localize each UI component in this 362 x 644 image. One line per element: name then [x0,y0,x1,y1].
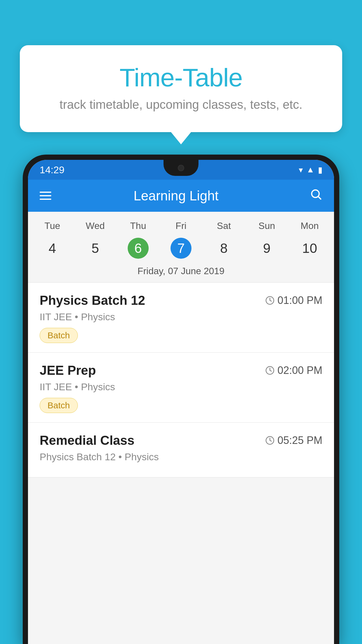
schedule-list: Physics Batch 12 01:00 PM IIT JEE • Phys… [28,283,334,477]
clock-icon [265,296,275,305]
app-title: Learning Light [51,188,301,204]
status-icons: ▾ ▲ ▮ [299,165,322,175]
day-name: Thu [117,218,159,234]
tooltip-subtitle: track timetable, upcoming classes, tests… [34,98,328,112]
time-value: 01:00 PM [277,294,322,307]
signal-icon: ▲ [306,165,314,174]
day-number[interactable]: 5 [74,234,117,262]
schedule-item-time: 01:00 PM [265,294,322,307]
schedule-item[interactable]: Physics Batch 12 01:00 PM IIT JEE • Phys… [28,283,334,353]
schedule-item-time: 05:25 PM [265,434,322,447]
day-number[interactable]: 7 [159,234,202,262]
phone-frame: 14:29 ▾ ▲ ▮ Learning Light [23,155,339,644]
schedule-item-header: JEE Prep 02:00 PM [40,363,322,378]
selected-date-label: Friday, 07 June 2019 [28,262,334,283]
clock-icon [265,436,275,445]
day-numbers: 45678910 [28,234,334,262]
tooltip-card: Time-Table track timetable, upcoming cla… [20,45,342,132]
notch [164,160,198,176]
schedule-item-subtitle: IIT JEE • Physics [40,381,322,393]
schedule-item-subtitle: IIT JEE • Physics [40,311,322,323]
phone-inner: 14:29 ▾ ▲ ▮ Learning Light [28,160,334,644]
status-time: 14:29 [40,164,64,176]
day-number[interactable]: 10 [288,234,331,262]
schedule-item[interactable]: JEE Prep 02:00 PM IIT JEE • PhysicsBatch [28,353,334,423]
day-name: Wed [74,218,117,234]
day-name: Mon [288,218,331,234]
status-bar: 14:29 ▾ ▲ ▮ [28,160,334,180]
day-number[interactable]: 4 [31,234,74,262]
schedule-item-title: JEE Prep [40,363,96,378]
day-name: Sat [203,218,245,234]
day-number[interactable]: 9 [245,234,288,262]
app-toolbar: Learning Light [28,180,334,212]
day-number[interactable]: 6 [117,234,159,262]
time-value: 05:25 PM [277,434,322,447]
day-name: Tue [31,218,74,234]
schedule-item-subtitle: Physics Batch 12 • Physics [40,451,322,463]
hamburger-menu-icon[interactable] [40,192,51,200]
wifi-icon: ▾ [299,165,303,175]
camera [178,165,184,171]
tooltip-title: Time-Table [34,63,328,92]
calendar-strip: TueWedThuFriSatSunMon 45678910 Friday, 0… [28,212,334,283]
batch-badge: Batch [40,328,78,343]
search-icon[interactable] [310,188,322,204]
schedule-item-header: Physics Batch 12 01:00 PM [40,293,322,308]
schedule-item[interactable]: Remedial Class 05:25 PM Physics Batch 12… [28,423,334,477]
day-name: Fri [159,218,202,234]
clock-icon [265,366,275,375]
day-number[interactable]: 8 [203,234,245,262]
schedule-item-time: 02:00 PM [265,364,322,377]
schedule-item-header: Remedial Class 05:25 PM [40,433,322,448]
time-value: 02:00 PM [277,364,322,377]
battery-icon: ▮ [318,165,322,175]
schedule-item-title: Remedial Class [40,433,134,448]
svg-line-1 [318,197,321,199]
batch-badge: Batch [40,398,78,413]
day-name: Sun [245,218,288,234]
day-names: TueWedThuFriSatSunMon [28,218,334,234]
schedule-item-title: Physics Batch 12 [40,293,145,308]
